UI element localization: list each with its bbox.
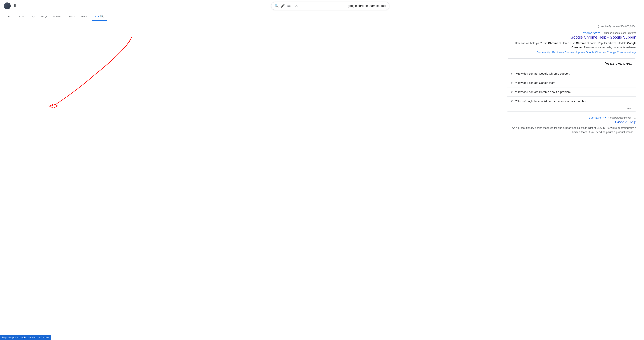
people-also-ask-box: אנשים שאלו גם על How do I contact Google… — [507, 58, 636, 112]
tab-images[interactable]: תמונות — [65, 13, 78, 21]
paa-question-2: How do I contact Google team? — [515, 81, 555, 84]
breadcrumb-sep-2: › — [608, 116, 609, 119]
tab-images-label: תמונות — [68, 15, 75, 18]
tab-shopping-label: קניות — [41, 15, 47, 18]
paa-question-3: How do I contact Chrome about a problem? — [515, 90, 570, 94]
result-link-print-from-chrome[interactable]: Print from Chrome — [552, 51, 574, 54]
tab-settings[interactable]: הגדרות — [15, 13, 28, 21]
tabs-bar: 🔍 הכל חדשות תמונות סרטונים קניות עוד הגד… — [0, 12, 644, 21]
tab-more[interactable]: עוד — [29, 13, 38, 21]
paa-feedback: משוב — [507, 106, 636, 112]
paa-title: אנשים שאלו גם על — [507, 59, 636, 69]
close-icon[interactable]: ✕ — [295, 4, 298, 8]
status-bar: https://support.google.com/chrome/?hl=en — [0, 335, 51, 340]
result1-snippet: How can we help you? Use Chrome at Home.… — [507, 41, 636, 50]
paa-item-3[interactable]: How do I contact Chrome about a problem?… — [507, 87, 636, 96]
chevron-down-icon-1: ∨ — [511, 72, 513, 75]
result-link-community[interactable]: Community — [536, 51, 550, 54]
result-link-update-chrome[interactable]: Update Google Chrome — [576, 51, 604, 54]
search-bar-container: 🔍 🎤 ⌨ ✕ — [20, 2, 640, 10]
result2-snippet: As a precautionary health measure for ou… — [507, 126, 636, 134]
tab-more-label: עוד — [32, 15, 35, 18]
mic-icon[interactable]: 🎤 — [280, 4, 285, 8]
chevron-down-icon-4: ∨ — [511, 99, 513, 103]
grid-icon[interactable]: ⠿ — [14, 4, 16, 8]
result-item-2: לדף המתורגם ▼ › support.google.com › ...… — [507, 116, 636, 134]
result-item-1: לדף המתורגם ▼ › support.google.com › chr… — [507, 32, 636, 54]
keyboard-icon[interactable]: ⌨ — [286, 4, 291, 8]
tab-videos-label: סרטונים — [53, 15, 62, 18]
breadcrumb-sep-1: › — [602, 32, 602, 34]
search-icon: 🔍 — [274, 4, 278, 8]
result1-links: Community · Print from Chrome · Update G… — [507, 51, 636, 54]
tab-tools[interactable]: כלים — [4, 13, 14, 21]
tab-news-label: חדשות — [81, 15, 88, 18]
tab-settings-label: הגדרות — [18, 15, 25, 18]
paa-question-1: How do I contact Google Chrome support? — [515, 72, 570, 75]
main-content: כ-554,000,000 תוצאות (0.47 שניות) לדף המ… — [0, 21, 644, 143]
result1-title[interactable]: Google Chrome Help - Google Support — [507, 35, 636, 40]
tab-shopping[interactable]: קניות — [38, 13, 50, 21]
result2-title[interactable]: Google Help — [507, 120, 636, 124]
search-tab-icon: 🔍 — [100, 15, 104, 18]
result2-breadcrumb: לדף המתורגם ▼ › support.google.com › ... — [507, 116, 636, 119]
header: ⠿ 🔍 🎤 ⌨ ✕ — [0, 0, 644, 12]
tab-all-label: הכל — [94, 15, 99, 18]
breadcrumb-url-2: support.google.com › ... — [610, 116, 636, 119]
paa-question-4: Does Google have a 24 hour customer serv… — [515, 100, 586, 103]
results-count: כ-554,000,000 תוצאות (0.47 שניות) — [507, 25, 636, 28]
paa-item-2[interactable]: How do I contact Google team? ∨ — [507, 78, 636, 87]
tab-tools-label: כלים — [6, 15, 12, 18]
tab-news[interactable]: חדשות — [78, 13, 91, 21]
search-bar: 🔍 🎤 ⌨ ✕ — [271, 2, 390, 10]
results-column: כ-554,000,000 תוצאות (0.47 שניות) לדף המ… — [507, 25, 636, 139]
chevron-down-icon-2: ∨ — [511, 81, 513, 85]
result1-breadcrumb: לדף המתורגם ▼ › support.google.com › chr… — [507, 32, 636, 34]
avatar[interactable] — [4, 3, 11, 9]
tab-videos[interactable]: סרטונים — [50, 13, 64, 21]
tab-all[interactable]: 🔍 הכל — [92, 13, 106, 21]
search-input[interactable] — [300, 4, 386, 8]
paa-item-1[interactable]: How do I contact Google Chrome support? … — [507, 69, 636, 78]
paa-item-4[interactable]: Does Google have a 24 hour customer serv… — [507, 96, 636, 106]
breadcrumb-url-1: support.google.com › chrome — [604, 32, 636, 34]
translate-link-2[interactable]: לדף המתורגם ▼ — [589, 116, 606, 119]
result-link-change-settings[interactable]: Change Chrome settings — [607, 51, 636, 54]
translate-link-1[interactable]: לדף המתורגם ▼ — [582, 32, 600, 34]
chevron-down-icon-3: ∨ — [511, 90, 513, 94]
